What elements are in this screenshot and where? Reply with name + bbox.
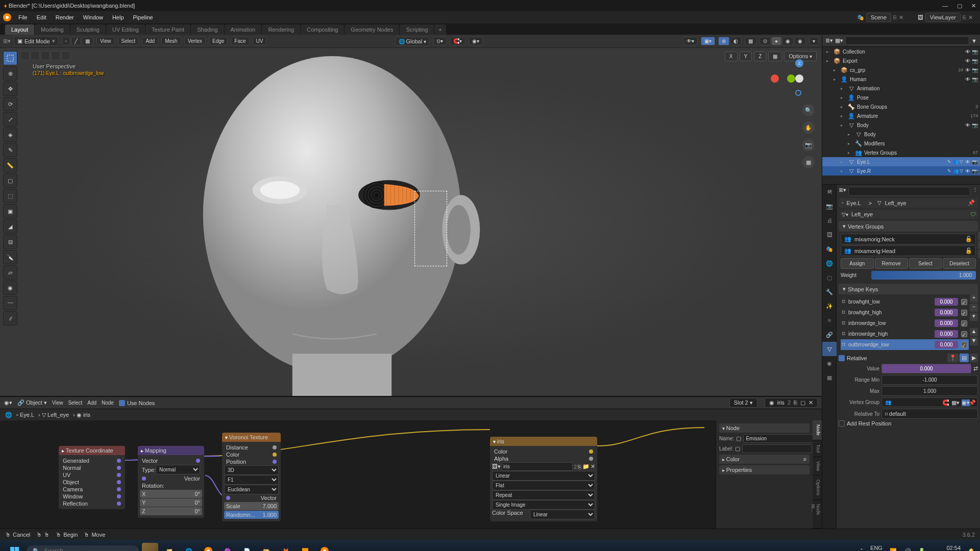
menu-edge[interactable]: Edge <box>209 37 228 45</box>
tool-cursor[interactable]: ⊕ <box>3 66 17 81</box>
select-subtract-icon[interactable] <box>41 51 50 60</box>
overlay-toggle[interactable]: ◐ <box>730 37 742 45</box>
outliner-row[interactable]: ▸📦cs_grp24👁 📷 <box>822 65 980 74</box>
close-icon[interactable]: ✕ <box>971 3 976 9</box>
start-button[interactable] <box>5 543 23 551</box>
taskbar-app-icon[interactable]: 🟧 <box>297 543 313 551</box>
taskbar-edge-icon[interactable]: 🌐 <box>181 543 197 551</box>
tool-extrude[interactable]: ⬚ <box>3 189 17 203</box>
outliner-row[interactable]: ▸▽Animation <box>822 84 980 93</box>
shape-mute-checkbox[interactable]: ✓ <box>961 342 967 348</box>
shape-edit-icon[interactable]: ▤ <box>960 354 969 362</box>
outliner-row[interactable]: ▸▽Eye.R✎ 👥 ▽👁 📷 <box>822 166 980 176</box>
relative-to-field[interactable]: ⌑ default <box>881 409 978 419</box>
node-menu-view[interactable]: View <box>52 400 63 406</box>
select-intersect-icon[interactable] <box>61 51 70 60</box>
tool-rotate[interactable]: ⟳ <box>3 97 17 111</box>
gizmo-negz-icon[interactable] <box>795 90 801 96</box>
select-invert-icon[interactable] <box>51 51 60 60</box>
menu-render[interactable]: Render <box>52 13 78 22</box>
face-select-icon[interactable]: ▦ <box>82 37 93 45</box>
material-new-icon[interactable]: ⎘ <box>794 399 797 406</box>
menu-pipeline[interactable]: Pipeline <box>129 13 157 22</box>
tool-smooth[interactable]: 〰 <box>3 296 17 310</box>
outliner-row[interactable]: ▸🔧Modifiers <box>822 139 980 148</box>
pivot-selector[interactable]: ⊙▾ <box>433 37 447 45</box>
tab-shading[interactable]: Shading <box>191 24 224 35</box>
tool-knife[interactable]: 🔪 <box>3 250 17 264</box>
voronoi-dim[interactable]: 3D <box>224 465 279 475</box>
voronoi-feature[interactable]: F1 <box>224 475 279 485</box>
shading-options[interactable]: ▾ <box>809 37 819 45</box>
tray-clock[interactable]: 02:542023/12/03 <box>933 545 961 551</box>
node-image-texture[interactable]: ▾ iris Color Alpha 🖼▾ 2 ⎘📁✕ Linear Flat … <box>490 437 597 521</box>
shape-mute-checkbox[interactable]: ✓ <box>961 331 967 337</box>
node-name-field[interactable] <box>743 434 813 443</box>
vertex-groups-header[interactable]: ▾ Vertex Groups <box>839 221 978 232</box>
tab-layout[interactable]: Layout <box>5 24 34 35</box>
menu-face[interactable]: Face <box>231 37 249 45</box>
axis-x[interactable]: X <box>725 52 738 61</box>
camera-view-icon[interactable]: 📷 <box>802 139 815 151</box>
outliner-row[interactable]: ▸👤Armature174 <box>822 111 980 120</box>
scene-new-icon[interactable]: ⎘ <box>893 14 897 20</box>
prop-tab-object[interactable]: ▢ <box>822 270 837 285</box>
prop-type-icon[interactable]: ≣▾ <box>839 187 846 196</box>
tab-compositing[interactable]: Compositing <box>301 24 344 35</box>
shading-rendered[interactable]: ◉ <box>794 37 806 45</box>
outliner-row[interactable]: ▸👥Vertex Groups67 <box>822 148 980 157</box>
outliner-display-icon[interactable]: ▦▾ <box>835 37 843 44</box>
material-copy-icon[interactable]: ▢ <box>800 399 805 406</box>
snap-toggle[interactable]: 🧲▾ <box>450 37 465 45</box>
tool-move[interactable]: ✥ <box>3 82 17 96</box>
vtab-view[interactable]: View <box>813 457 822 475</box>
prop-tab-viewlayer[interactable]: 🖼 <box>822 228 837 242</box>
outliner-row[interactable]: ▸👤Human👁 📷 <box>822 74 980 84</box>
taskbar-folder-icon[interactable]: 📂 <box>258 543 275 551</box>
shape-anim-icon[interactable]: ▶ <box>970 354 978 362</box>
outliner-row[interactable]: ▸📦Export👁 📷 <box>822 56 980 65</box>
prop-tab-modifier[interactable]: 🔧 <box>822 285 837 299</box>
outliner-filter-icon[interactable]: ▼ <box>971 38 977 44</box>
gizmo-toggle[interactable]: ⊕ <box>718 37 729 45</box>
pin-icon[interactable]: 📌 <box>968 199 975 206</box>
tool-inset[interactable]: ▣ <box>3 204 17 218</box>
prop-options-icon[interactable]: ⋮ <box>972 187 978 196</box>
taskbar-copilot-icon[interactable]: 🟣 <box>219 543 236 551</box>
prop-tab-particles[interactable]: ✨ <box>822 299 837 313</box>
viewlayer-selector[interactable]: ViewLayer <box>925 13 961 22</box>
vgroup-menu-icon[interactable]: ▾ <box>978 250 980 258</box>
tool-scale[interactable]: ⤢ <box>3 112 17 127</box>
tool-select-box[interactable] <box>3 51 17 65</box>
xray-toggle[interactable]: ▣▾ <box>701 37 715 45</box>
vgroup-add-icon[interactable]: + <box>978 232 980 240</box>
shape-keys-header[interactable]: ▾ Shape Keys <box>839 284 978 294</box>
relative-checkbox[interactable] <box>839 355 845 361</box>
material-unlink-icon[interactable]: ✕ <box>808 399 813 406</box>
nav-gizmo[interactable]: Z <box>771 58 812 99</box>
node-data-type[interactable]: 🔗 Object ▾ <box>17 399 47 406</box>
vtab-tool[interactable]: Tool <box>813 440 822 458</box>
gizmo-center-icon[interactable] <box>795 74 803 83</box>
proportional-toggle[interactable]: ◉▾ <box>469 37 483 45</box>
range-max-field[interactable]: 1.000 <box>881 386 978 396</box>
tray-chevron-icon[interactable]: ˄ <box>860 548 863 552</box>
tray-battery-icon[interactable]: 🔋 <box>918 548 925 552</box>
tab-sculpting[interactable]: Sculpting <box>70 24 106 35</box>
vgroup-deselect-button[interactable]: Deselect <box>943 258 976 269</box>
outliner-row[interactable]: ▸🦴Bone Groups3 <box>822 102 980 111</box>
addrest-checkbox[interactable] <box>839 420 845 427</box>
overlay-node-icon[interactable]: ▦▾ <box>951 399 960 406</box>
editor-type-icon[interactable]: ⊞▾ <box>3 38 11 44</box>
shape-key-row[interactable]: ⌑inbrrowrdge_low0.000✓ <box>841 318 969 329</box>
prop-tab-render[interactable]: 📷 <box>822 199 837 213</box>
shape-add-icon[interactable]: + <box>970 294 978 303</box>
menu-uv[interactable]: UV <box>253 37 267 45</box>
fake-user-icon[interactable]: 🛡 <box>970 211 976 217</box>
taskbar-blender-icon[interactable] <box>200 543 216 551</box>
mode-selector[interactable]: ▣ Edit Mode▾ <box>14 36 59 46</box>
mesh-visibility-icon[interactable]: 👁▾ <box>683 37 698 45</box>
shape-remove-icon[interactable]: − <box>970 304 978 312</box>
editor-type-icon[interactable]: ◉▾ <box>4 399 12 406</box>
minimize-icon[interactable]: ― <box>942 3 948 9</box>
